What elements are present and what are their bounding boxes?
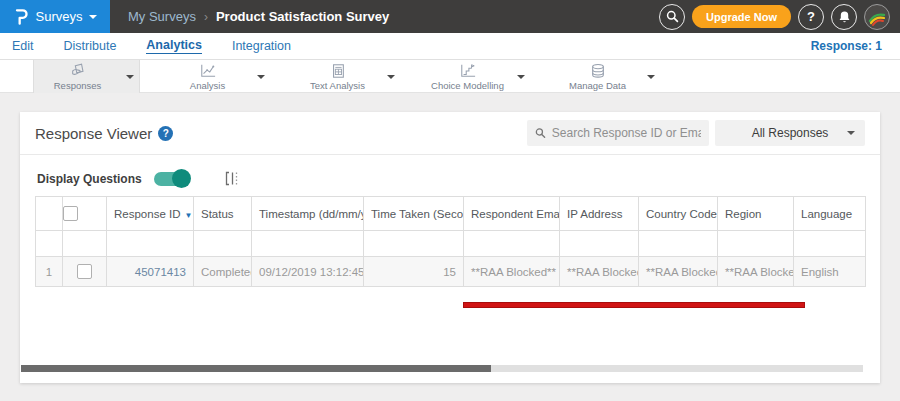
question-mark-icon: ? (807, 9, 815, 24)
search-input[interactable] (552, 126, 701, 140)
sort-desc-icon: ▼ (184, 211, 192, 220)
cell-ip-address: **RAA Blocked** (560, 257, 639, 287)
choice-modelling-icon (459, 63, 477, 79)
upgrade-now-button[interactable]: Upgrade Now (692, 5, 791, 28)
response-viewer-help-icon[interactable]: ? (158, 126, 173, 141)
header-status: Status (194, 197, 252, 231)
caret-down-icon (517, 75, 525, 79)
responses-dropdown-button[interactable] (121, 75, 139, 79)
manage-data-dropdown-button[interactable] (642, 75, 660, 79)
cell-respondent-email: **RAA Blocked** (464, 257, 560, 287)
header-time-taken[interactable]: Time Taken (Seconds)⇅ (364, 197, 464, 231)
analysis-dropdown-button[interactable] (252, 75, 270, 79)
toggle-knob (172, 169, 191, 188)
red-highlight-annotation (463, 302, 805, 308)
breadcrumb: My Surveys › Product Satisfaction Survey (128, 9, 389, 24)
cell-country-code: **RAA Blocked** (639, 257, 718, 287)
filter-cell-country[interactable] (639, 231, 718, 257)
toolbar-item-responses[interactable]: Responses (33, 60, 140, 93)
breadcrumb-my-surveys[interactable]: My Surveys (128, 9, 196, 24)
filter-cell-timestamp[interactable] (252, 231, 364, 257)
filter-cell-time-taken[interactable] (364, 231, 464, 257)
header-response-id[interactable]: Response ID▼ (107, 197, 194, 231)
filter-cell-email[interactable] (464, 231, 560, 257)
tab-integration[interactable]: Integration (232, 39, 291, 54)
row-number: 1 (36, 257, 63, 287)
horizontal-scrollbar-thumb[interactable] (21, 365, 491, 372)
analytics-toolbar: Responses Analysis (0, 60, 900, 93)
tab-distribute[interactable]: Distribute (64, 39, 117, 54)
filter-cell-region[interactable] (718, 231, 794, 257)
horizontal-scrollbar-track[interactable] (21, 365, 863, 372)
cell-time-taken: 15 (364, 257, 464, 287)
header-language: Language (794, 197, 866, 231)
header-select-all (63, 197, 107, 231)
caret-down-icon (387, 75, 395, 79)
breadcrumb-separator: › (204, 10, 208, 24)
toolbar-item-label: Responses (54, 80, 102, 91)
toolbar-item-label: Text Analysis (310, 80, 365, 91)
toolbar-item-analysis[interactable]: Analysis (163, 60, 270, 93)
response-search-box[interactable] (527, 120, 709, 146)
responses-icon (69, 63, 87, 79)
bell-icon (838, 10, 851, 24)
header-row-number (36, 197, 63, 231)
freeze-columns-icon (224, 170, 240, 187)
display-questions-label: Display Questions (37, 172, 142, 186)
user-avatar[interactable] (864, 4, 890, 30)
manage-data-icon (589, 63, 607, 79)
product-menu[interactable]: Surveys (0, 0, 110, 33)
search-button[interactable] (659, 4, 685, 30)
cell-language: English (794, 257, 866, 287)
questionpro-logo-icon (13, 7, 29, 27)
analysis-icon (199, 63, 217, 79)
toolbar-item-text-analysis[interactable]: Text Analysis (293, 60, 400, 93)
caret-down-icon (647, 75, 655, 79)
survey-nav: Edit Distribute Analytics Integration Re… (0, 33, 900, 60)
chevron-down-icon (89, 15, 97, 19)
select-all-checkbox[interactable] (63, 206, 78, 221)
text-analysis-icon (329, 63, 347, 79)
app-screen: Surveys My Surveys › Product Satisfactio… (0, 0, 900, 401)
tab-edit[interactable]: Edit (12, 39, 34, 54)
table-controls: Display Questions (20, 155, 880, 196)
search-icon (666, 10, 679, 23)
avatar-image (866, 6, 888, 28)
header-region: Region (718, 197, 794, 231)
table-filter-row (36, 231, 866, 257)
response-viewer-card: Response Viewer ? All Responses Display … (20, 112, 880, 383)
toolbar-item-label: Choice Modelling (431, 80, 504, 91)
display-questions-toggle[interactable] (154, 172, 190, 186)
freeze-columns-button[interactable] (224, 170, 240, 187)
response-count: Response: 1 (811, 39, 882, 53)
notifications-button[interactable] (831, 4, 857, 30)
topbar-actions: Upgrade Now ? (659, 4, 900, 30)
help-button[interactable]: ? (798, 4, 824, 30)
toolbar-item-choice-modelling[interactable]: Choice Modelling (423, 60, 530, 93)
filter-cell-response-id[interactable] (107, 231, 194, 257)
cell-timestamp: 09/12/2019 13:12:45 (252, 257, 364, 287)
cell-status: Completed (194, 257, 252, 287)
filter-cell-status[interactable] (194, 231, 252, 257)
filter-cell-language[interactable] (794, 231, 866, 257)
responses-table: Response ID▼ Status Timestamp (dd/mm/yyy… (35, 196, 866, 287)
caret-down-icon (847, 131, 855, 135)
response-id-link[interactable]: 45071413 (135, 266, 186, 278)
tab-analytics[interactable]: Analytics (146, 38, 202, 54)
filter-cell-ip[interactable] (560, 231, 639, 257)
caret-down-icon (126, 75, 134, 79)
search-icon (535, 127, 546, 139)
choice-modelling-dropdown-button[interactable] (512, 75, 530, 79)
header-respondent-email: Respondent Email (464, 197, 560, 231)
header-timestamp[interactable]: Timestamp (dd/mm/yyyy)⇅ (252, 197, 364, 231)
text-analysis-dropdown-button[interactable] (382, 75, 400, 79)
header-country-code: Country Code (639, 197, 718, 231)
card-header: Response Viewer ? All Responses (20, 112, 880, 155)
response-filter-dropdown[interactable]: All Responses (715, 120, 865, 146)
table-row: 1 45071413 Completed 09/12/2019 13:12:45… (36, 257, 866, 287)
header-ip-address: IP Address (560, 197, 639, 231)
toolbar-item-label: Analysis (190, 80, 225, 91)
toolbar-item-label: Manage Data (569, 80, 626, 91)
toolbar-item-manage-data[interactable]: Manage Data (553, 60, 660, 93)
row-checkbox[interactable] (77, 264, 92, 279)
